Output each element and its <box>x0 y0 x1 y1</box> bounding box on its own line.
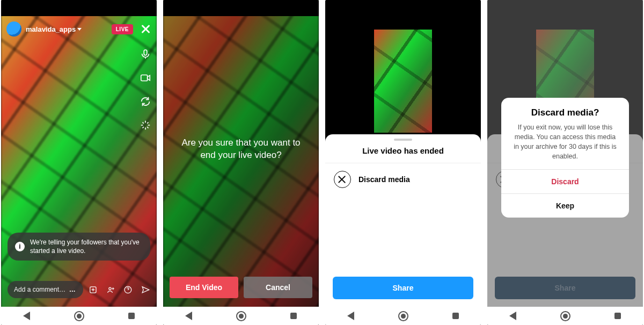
ended-sheet: Live video has ended Discard media Share <box>325 134 481 307</box>
nav-back-icon[interactable] <box>23 312 30 320</box>
nav-home-icon[interactable] <box>74 311 84 321</box>
mic-icon[interactable] <box>140 48 151 60</box>
chevron-down-icon <box>77 28 82 31</box>
confirm-buttons: End Video Cancel <box>170 277 312 298</box>
keep-button[interactable]: Keep <box>501 193 629 218</box>
discard-button[interactable]: Discard <box>501 169 629 193</box>
sheet-grabber[interactable] <box>394 139 412 141</box>
dialog-body: Discard media? If you exit now, you will… <box>501 98 629 169</box>
flip-camera-icon[interactable] <box>140 96 151 107</box>
live-badge: LIVE <box>112 24 133 34</box>
comment-placeholder: Add a comment… <box>14 286 65 293</box>
android-navbar <box>163 307 319 325</box>
video-backdrop <box>1 0 157 325</box>
toast-text: We're telling your followers that you've… <box>30 238 143 255</box>
nav-home-icon[interactable] <box>236 311 246 321</box>
broadcast-toast: i We're telling your followers that you'… <box>8 233 150 261</box>
camera-icon[interactable] <box>140 72 151 84</box>
live-side-tools <box>140 48 151 131</box>
comment-input[interactable]: Add a comment… … <box>8 281 83 298</box>
effects-icon[interactable] <box>140 119 151 131</box>
android-navbar <box>487 307 643 325</box>
more-dots-icon: … <box>66 286 76 293</box>
nav-home-icon[interactable] <box>560 311 570 321</box>
four-phone-row: malavida_apps LIVE i We're telling your … <box>0 0 644 325</box>
close-icon[interactable] <box>140 23 151 35</box>
android-navbar <box>1 307 157 325</box>
add-media-icon[interactable] <box>89 283 98 296</box>
username-label: malavida_apps <box>26 25 76 33</box>
end-video-button[interactable]: End Video <box>170 277 238 298</box>
cancel-button[interactable]: Cancel <box>244 277 312 298</box>
video-thumbnail <box>374 30 432 133</box>
status-bar-spacer <box>163 0 319 16</box>
discard-dialog: Discard media? If you exit now, you will… <box>501 98 629 218</box>
phone-discard-dialog: Live video has ended Discard media Share… <box>487 0 643 325</box>
avatar[interactable] <box>6 21 21 37</box>
info-icon: i <box>15 242 25 251</box>
questions-icon[interactable] <box>123 283 133 296</box>
username-button[interactable]: malavida_apps <box>26 25 82 33</box>
nav-recents-icon[interactable] <box>614 313 621 319</box>
invite-guest-icon[interactable] <box>106 283 115 296</box>
close-icon <box>334 171 351 188</box>
android-navbar <box>325 307 481 325</box>
phone-live: malavida_apps LIVE i We're telling your … <box>1 0 157 325</box>
phone-end-confirm: Are you sure that you want to end your l… <box>163 0 319 325</box>
dialog-title: Discard media? <box>512 107 618 118</box>
share-button[interactable]: Share <box>333 277 473 299</box>
discard-media-label: Discard media <box>358 175 410 184</box>
nav-back-icon[interactable] <box>509 312 516 320</box>
svg-rect-1 <box>141 75 148 81</box>
status-bar-spacer <box>1 0 157 16</box>
nav-recents-icon[interactable] <box>128 313 135 319</box>
svg-point-3 <box>108 287 111 290</box>
live-bottom-bar: Add a comment… … <box>8 281 150 298</box>
svg-rect-0 <box>144 50 147 55</box>
nav-home-icon[interactable] <box>398 311 408 321</box>
nav-back-icon[interactable] <box>347 312 354 320</box>
nav-back-icon[interactable] <box>185 312 192 320</box>
nav-recents-icon[interactable] <box>290 313 297 319</box>
nav-recents-icon[interactable] <box>452 313 459 319</box>
phone-ended-sheet: Live video has ended Discard media Share <box>325 0 481 325</box>
live-topbar: malavida_apps LIVE <box>1 16 157 42</box>
end-confirm-text: Are you sure that you want to end your l… <box>175 137 307 162</box>
discard-media-row[interactable]: Discard media <box>325 163 481 196</box>
dialog-message: If you exit now, you will lose this medi… <box>512 122 618 162</box>
send-icon[interactable] <box>141 283 150 296</box>
sheet-title: Live video has ended <box>325 143 481 163</box>
